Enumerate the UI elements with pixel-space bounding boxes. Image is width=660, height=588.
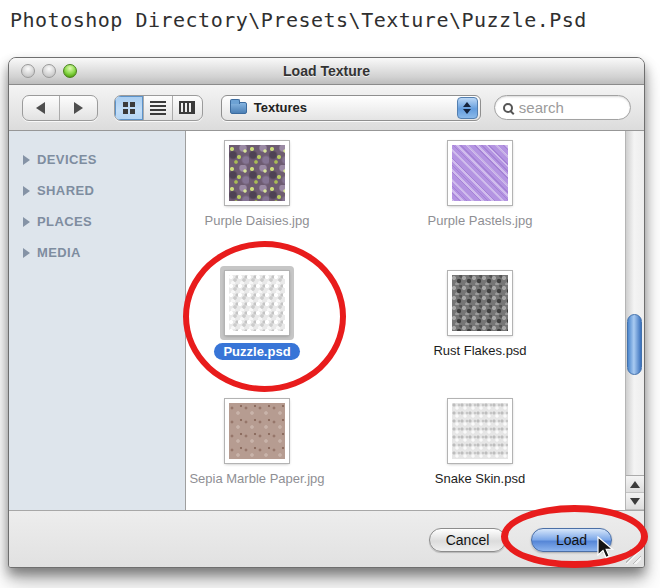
file-name: Purple Pastels.jpg [428, 213, 533, 228]
file-thumbnail[interactable] [448, 141, 512, 205]
scroll-up-button[interactable] [626, 476, 644, 493]
disclosure-triangle-icon[interactable] [23, 248, 30, 258]
back-button[interactable] [23, 96, 60, 120]
location-popup[interactable]: Textures [221, 95, 481, 121]
scroll-down-icon [630, 498, 640, 505]
file-item-purple-pastels[interactable]: Purple Pastels.jpg [405, 136, 555, 228]
resize-grip[interactable] [626, 549, 641, 564]
disclosure-triangle-icon[interactable] [23, 155, 30, 165]
cancel-button[interactable]: Cancel [429, 528, 506, 552]
forward-arrow-icon [74, 102, 83, 114]
file-item-puzzle-selected[interactable]: Puzzle.psd [186, 266, 332, 360]
file-name: Snake Skin.psd [435, 471, 525, 486]
icon-view-icon [123, 102, 135, 114]
title-bar[interactable]: Load Texture [9, 58, 644, 85]
minimize-button[interactable] [42, 64, 56, 78]
scroll-up-icon [630, 481, 640, 488]
sidebar-label: DEVICES [37, 152, 97, 167]
back-arrow-icon [36, 102, 45, 114]
stepper-down-icon [463, 109, 471, 114]
dialog-footer: Cancel Load [9, 510, 644, 567]
nav-buttons [22, 95, 98, 121]
sidebar-label: PLACES [37, 214, 92, 229]
file-browser: Purple Daisies.jpg Purple Pastels.jpg Pu… [186, 131, 625, 510]
scrollbar-buttons [626, 475, 644, 510]
stepper-up-icon [463, 102, 471, 107]
file-name-selected: Puzzle.psd [214, 343, 299, 360]
zoom-button[interactable] [63, 64, 77, 78]
forward-button[interactable] [60, 96, 97, 120]
file-item-purple-daisies[interactable]: Purple Daisies.jpg [186, 136, 332, 228]
page-caption: Photoshop Directory\Presets\Texture\Puzz… [10, 8, 587, 32]
vertical-scrollbar[interactable] [625, 131, 644, 510]
sidebar-label: SHARED [37, 183, 94, 198]
column-view-icon [179, 101, 195, 114]
scroll-down-button[interactable] [626, 493, 644, 510]
file-thumbnail[interactable] [225, 399, 289, 463]
view-mode-control [114, 95, 203, 121]
close-button[interactable] [21, 64, 35, 78]
scrollbar-thumb[interactable] [627, 314, 642, 375]
file-name: Rust Flakes.psd [433, 343, 526, 358]
sidebar-item-media[interactable]: MEDIA [9, 237, 185, 268]
disclosure-triangle-icon[interactable] [23, 186, 30, 196]
file-thumbnail[interactable] [448, 399, 512, 463]
load-texture-dialog: Load Texture Textures [8, 57, 645, 568]
file-name: Purple Daisies.jpg [205, 213, 310, 228]
load-button[interactable]: Load [531, 528, 612, 552]
file-name: Sepia Marble Paper.jpg [189, 471, 324, 486]
location-label: Textures [254, 100, 307, 115]
sidebar-label: MEDIA [37, 245, 81, 260]
search-input[interactable] [519, 99, 622, 116]
sidebar-item-devices[interactable]: DEVICES [9, 144, 185, 175]
dialog-body: DEVICES SHARED PLACES MEDIA Purple Daisi… [9, 131, 644, 510]
file-thumbnail[interactable] [225, 141, 289, 205]
traffic-lights [21, 64, 77, 78]
magnifier-icon [503, 103, 513, 113]
sidebar-item-shared[interactable]: SHARED [9, 175, 185, 206]
sidebar-item-places[interactable]: PLACES [9, 206, 185, 237]
popup-stepper-icon[interactable] [457, 97, 478, 119]
toolbar: Textures [9, 85, 644, 131]
file-item-snake-skin[interactable]: Snake Skin.psd [405, 394, 555, 486]
column-view-button[interactable] [173, 96, 202, 120]
list-view-button[interactable] [144, 96, 173, 120]
file-thumbnail[interactable] [448, 271, 512, 335]
file-item-rust-flakes[interactable]: Rust Flakes.psd [405, 266, 555, 358]
window-title: Load Texture [283, 63, 370, 79]
file-item-sepia-marble[interactable]: Sepia Marble Paper.jpg [186, 394, 332, 486]
disclosure-triangle-icon[interactable] [23, 217, 30, 227]
search-field[interactable] [494, 95, 631, 120]
sidebar: DEVICES SHARED PLACES MEDIA [9, 131, 186, 510]
list-view-icon [150, 101, 166, 115]
icon-view-button[interactable] [115, 96, 144, 120]
folder-icon [230, 102, 247, 114]
file-thumbnail[interactable] [225, 271, 289, 335]
